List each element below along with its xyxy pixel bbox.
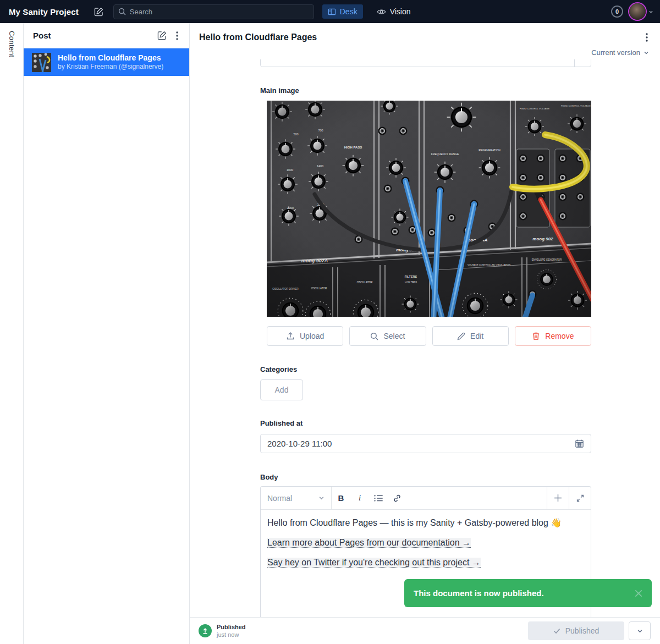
pane-title: Post <box>33 31 152 40</box>
compose-icon[interactable] <box>94 7 104 17</box>
search-icon <box>118 8 126 15</box>
insert-block-button[interactable] <box>547 487 569 509</box>
remove-button[interactable]: Remove <box>515 326 591 346</box>
sanity-studio: My Sanity Project Desk <box>0 0 660 644</box>
edit-button[interactable]: Edit <box>432 326 509 346</box>
workspace: Content Post <box>0 23 660 644</box>
search-icon <box>370 332 378 340</box>
select-button[interactable]: Select <box>349 326 426 346</box>
post-list-pane: Post <box>24 23 190 644</box>
document-form: Main image <box>190 59 660 617</box>
tab-vision[interactable]: Vision <box>371 4 416 19</box>
body-link-twitter[interactable]: Say hey on Twitter if you're checking ou… <box>267 558 481 568</box>
body-link-docs[interactable]: Learn more about Pages from our document… <box>267 538 471 548</box>
published-icon <box>199 624 212 637</box>
content-rail: Content <box>0 23 24 644</box>
published-at-field <box>260 434 591 453</box>
chevron-down-icon <box>644 50 649 56</box>
publish-menu-button[interactable] <box>629 621 651 640</box>
publish-button[interactable]: Published <box>528 621 624 640</box>
check-icon <box>553 628 560 634</box>
add-category-button[interactable]: Add <box>260 379 303 400</box>
chevron-down-icon <box>318 495 324 501</box>
style-select-value: Normal <box>267 494 318 503</box>
new-document-icon[interactable] <box>152 28 172 43</box>
rail-label-content[interactable]: Content <box>8 31 16 644</box>
style-select[interactable]: Normal <box>261 487 331 509</box>
navbar: My Sanity Project Desk <box>0 0 660 23</box>
project-title[interactable]: My Sanity Project <box>9 7 79 16</box>
post-item-title: Hello from Cloudflare Pages <box>58 53 163 63</box>
document-footer: Published just now Published <box>190 617 660 644</box>
published-at-input[interactable] <box>267 439 575 448</box>
chevron-down-icon[interactable] <box>648 9 653 14</box>
bold-button[interactable]: B <box>332 487 350 509</box>
toast-message: This document is now published. <box>414 588 634 598</box>
synth-photo: 500 700 1000 1400 2000 2800 HIGH PASS FR… <box>267 101 591 317</box>
version-label: Current version <box>591 48 640 57</box>
published-at-label: Published at <box>260 419 591 428</box>
main-image-label: Main image <box>260 86 591 95</box>
version-selector[interactable]: Current version <box>199 48 651 57</box>
upload-label: Upload <box>300 332 324 340</box>
trash-icon <box>532 332 540 340</box>
document-title: Hello from Cloudflare Pages <box>199 32 642 42</box>
tab-vision-label: Vision <box>390 7 411 16</box>
avatar[interactable] <box>629 3 646 20</box>
publish-status: Published just now <box>199 624 246 638</box>
italic-button[interactable]: i <box>350 487 369 509</box>
select-label: Select <box>383 332 405 340</box>
close-icon[interactable] <box>634 589 643 598</box>
calendar-icon[interactable] <box>575 439 584 448</box>
document-panel: Hello from Cloudflare Pages Current vers… <box>190 23 660 644</box>
eye-icon <box>377 8 386 16</box>
upload-button[interactable]: Upload <box>267 326 343 346</box>
expand-editor-button[interactable] <box>569 487 591 509</box>
publish-status-time: just now <box>217 632 246 638</box>
document-menu-icon[interactable] <box>642 31 651 43</box>
media-buttons: Upload Select Edit <box>267 326 591 346</box>
partial-input[interactable] <box>260 59 591 67</box>
body-toolbar: Normal B i <box>261 487 591 510</box>
search-input[interactable] <box>130 8 309 16</box>
post-list-item[interactable]: Hello from Cloudflare Pages by Kristian … <box>24 48 189 76</box>
desk-icon <box>328 8 336 16</box>
edit-label: Edit <box>470 332 483 340</box>
chevron-down-icon <box>637 628 643 634</box>
post-item-subtitle: by Kristian Freeman (@signalnerve) <box>58 63 163 71</box>
tab-desk[interactable]: Desk <box>322 4 363 19</box>
publish-status-title: Published <box>217 624 246 630</box>
presence-badge[interactable]: 0 <box>611 5 623 18</box>
main-image-photo[interactable]: 500 700 1000 1400 2000 2800 HIGH PASS FR… <box>267 101 591 317</box>
body-text-area[interactable]: Hello from Cloudflare Pages — this is my… <box>261 510 591 585</box>
post-item-text: Hello from Cloudflare Pages by Kristian … <box>58 53 163 71</box>
upload-icon <box>286 332 295 340</box>
publish-toast: This document is now published. <box>404 579 652 607</box>
document-header: Hello from Cloudflare Pages Current vers… <box>190 23 660 59</box>
categories-label: Categories <box>260 365 591 374</box>
tab-desk-label: Desk <box>340 7 358 16</box>
remove-label: Remove <box>545 332 574 340</box>
link-button[interactable] <box>388 487 406 509</box>
pencil-icon <box>457 332 465 340</box>
bullet-list-button[interactable] <box>369 487 388 509</box>
body-paragraph: Hello from Cloudflare Pages — this is my… <box>267 518 584 529</box>
pane-menu-icon[interactable] <box>172 29 183 43</box>
body-label: Body <box>260 473 591 482</box>
post-thumbnail <box>32 53 51 72</box>
publish-button-label: Published <box>565 626 600 635</box>
pane-header: Post <box>24 23 189 48</box>
search-box <box>113 4 314 19</box>
